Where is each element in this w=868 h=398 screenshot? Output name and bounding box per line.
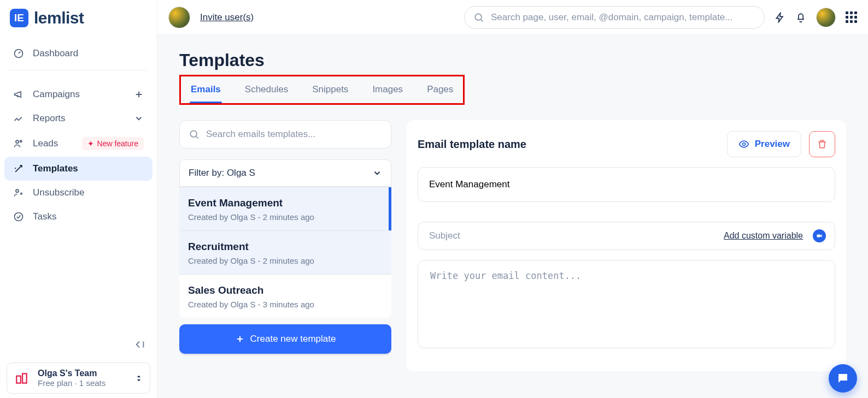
sidebar-item-label: Templates (33, 163, 78, 174)
invite-users-link[interactable]: Invite user(s) (200, 12, 254, 23)
templates-search-input[interactable] (206, 129, 382, 140)
search-icon (189, 129, 200, 140)
updown-icon (134, 374, 143, 383)
template-item-meta: Created by Olga S - 2 minutes ago (188, 256, 383, 265)
user-avatar[interactable] (816, 8, 836, 27)
buildings-icon (14, 370, 30, 387)
templates-search[interactable] (179, 120, 391, 148)
wand-icon (13, 163, 24, 174)
email-body-input[interactable] (430, 270, 823, 336)
tab-schedules[interactable]: Schedules (245, 78, 288, 103)
user-x-icon (13, 187, 24, 198)
users-icon (13, 138, 24, 149)
tab-snippets[interactable]: Snippets (312, 78, 348, 103)
trash-icon (817, 139, 828, 150)
sidebar-item-label: Reports (33, 113, 66, 124)
sidebar-item-unsubscribe[interactable]: Unsubscribe (4, 181, 153, 205)
template-item-name: Recruitment (188, 241, 383, 253)
collapse-sidebar-icon[interactable] (134, 338, 146, 351)
check-circle-icon (13, 211, 24, 222)
sidebar-item-label: Tasks (33, 211, 56, 222)
tab-images[interactable]: Images (372, 78, 403, 103)
add-custom-variable-link[interactable]: Add custom variable (724, 231, 803, 241)
topbar: Invite user(s) (157, 0, 868, 35)
create-template-button[interactable]: Create new template (179, 324, 391, 354)
team-plan: Free plan · 1 seats (38, 378, 105, 388)
template-name-field[interactable] (418, 167, 835, 202)
subject-input[interactable] (429, 230, 717, 241)
tab-emails[interactable]: Emails (191, 78, 221, 103)
plus-icon[interactable] (134, 90, 144, 99)
team-name: Olga S's Team (38, 369, 105, 378)
apps-grid-icon[interactable] (846, 11, 857, 23)
template-item-name: Sales Outreach (188, 284, 383, 296)
svg-point-2 (20, 140, 22, 142)
filter-label: Filter by: Olga S (189, 168, 255, 179)
new-feature-badge: ✦ New feature (82, 137, 144, 150)
search-icon (473, 12, 484, 23)
svg-rect-5 (16, 376, 21, 383)
global-search-input[interactable] (491, 12, 755, 23)
chat-icon (836, 372, 849, 385)
template-tabs: Emails Schedules Snippets Images Pages (186, 78, 458, 103)
template-list: Event Management Created by Olga S - 2 m… (179, 187, 391, 318)
preview-label: Preview (755, 139, 790, 150)
svg-rect-6 (22, 373, 27, 383)
sidebar-item-templates[interactable]: Templates (4, 157, 153, 181)
chevron-down-icon[interactable] (134, 114, 144, 123)
sidebar-item-label: Unsubscribe (33, 187, 85, 198)
svg-rect-10 (817, 235, 820, 237)
invite-avatar[interactable] (168, 7, 190, 28)
sidebar-item-label: Dashboard (33, 48, 78, 59)
divider (9, 70, 148, 70)
svg-point-8 (190, 130, 197, 137)
sidebar-item-label: Campaigns (33, 89, 80, 100)
gauge-icon (13, 48, 24, 59)
email-body-area[interactable] (418, 260, 835, 348)
template-item[interactable]: Sales Outreach Created by Olga S - 3 min… (179, 274, 391, 318)
sparkle-icon: ✦ (87, 139, 94, 148)
svg-point-4 (15, 213, 23, 221)
filter-dropdown[interactable]: Filter by: Olga S (179, 159, 391, 187)
logo-text: lemlist (34, 9, 84, 27)
template-item-meta: Created by Olga S - 2 minutes ago (188, 212, 383, 222)
megaphone-icon (13, 89, 24, 100)
svg-point-7 (475, 14, 482, 20)
delete-button[interactable] (809, 131, 835, 157)
svg-point-9 (742, 143, 745, 146)
sidebar-item-reports[interactable]: Reports (4, 106, 153, 130)
badge-label: New feature (97, 139, 138, 148)
page-title: Templates (179, 50, 846, 70)
sidebar-item-tasks[interactable]: Tasks (4, 205, 153, 229)
create-template-label: Create new template (250, 334, 336, 344)
editor-heading: Email template name (418, 138, 526, 151)
bolt-icon[interactable] (775, 12, 785, 23)
logo-mark-icon: lE (10, 9, 28, 27)
chevron-down-icon (372, 168, 382, 178)
svg-point-1 (16, 140, 19, 143)
team-selector[interactable]: Olga S's Team Free plan · 1 seats (7, 363, 150, 394)
template-item-name: Event Management (188, 197, 383, 209)
template-item[interactable]: Event Management Created by Olga S - 2 m… (179, 187, 391, 230)
eye-icon (738, 139, 749, 150)
sidebar-item-dashboard[interactable]: Dashboard (4, 41, 153, 66)
template-item[interactable]: Recruitment Created by Olga S - 2 minute… (179, 230, 391, 274)
svg-point-3 (16, 189, 19, 192)
global-search[interactable] (464, 6, 765, 29)
sidebar-item-leads[interactable]: Leads ✦ New feature (4, 130, 153, 157)
template-item-meta: Created by Olga S - 3 minutes ago (188, 300, 383, 309)
chart-line-icon (13, 113, 24, 124)
sidebar-item-campaigns[interactable]: Campaigns (4, 82, 153, 106)
bell-icon[interactable] (795, 12, 806, 23)
template-name-input[interactable] (429, 179, 824, 190)
subject-row[interactable]: Add custom variable (418, 222, 835, 250)
preview-button[interactable]: Preview (727, 131, 801, 157)
sidebar: lE lemlist Dashboard Campaigns (0, 0, 157, 398)
chat-fab[interactable] (829, 364, 857, 393)
logo[interactable]: lE lemlist (0, 0, 157, 37)
tabs-highlight-box: Emails Schedules Snippets Images Pages (179, 75, 465, 105)
video-variable-icon[interactable] (813, 229, 826, 242)
plus-icon (235, 334, 245, 344)
tab-pages[interactable]: Pages (427, 78, 453, 103)
sidebar-item-label: Leads (33, 138, 58, 149)
